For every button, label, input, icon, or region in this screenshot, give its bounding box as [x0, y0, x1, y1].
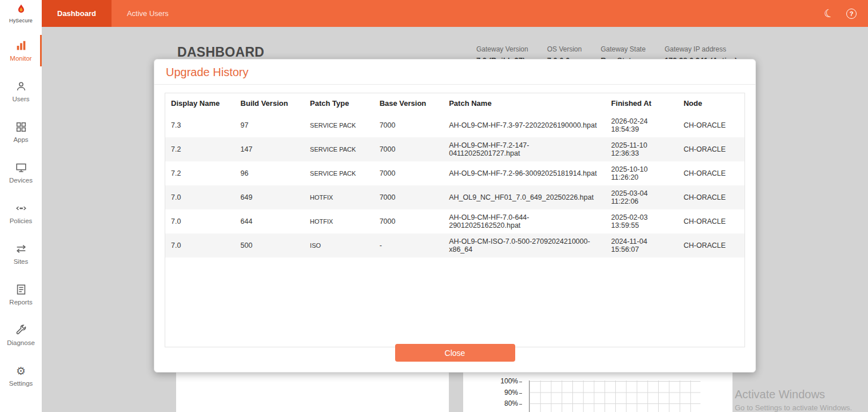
- table-cell: AH-OL9-CM-ISO-7.0-500-27092024210000-x86…: [443, 233, 606, 258]
- table-cell: -: [374, 233, 444, 258]
- column-header-node: Node: [678, 93, 744, 113]
- sidebar-item-reports[interactable]: Reports: [0, 274, 42, 315]
- table-cell: AH-OL9-CM-HF-7.3-97-22022026190000.hpat: [443, 113, 606, 137]
- watermark-line1: Activate Windows: [735, 388, 852, 401]
- upgrade-history-table-container: Display Name Build Version Patch Type Ba…: [165, 93, 745, 347]
- settings-gear-icon: ⚙: [15, 365, 27, 377]
- table-cell: 97: [235, 113, 305, 137]
- table-cell: 500: [235, 233, 305, 258]
- stat-label: Gateway State: [600, 45, 646, 53]
- table-cell: 96: [235, 161, 305, 185]
- table-row: 7.0649HOTFIX7000AH_OL9_NC_HF01_7.0_649_2…: [165, 185, 744, 209]
- sidebar-item-policies[interactable]: Policies: [0, 193, 42, 233]
- sidebar-item-label: Sites: [14, 258, 29, 265]
- table-cell: 7.2: [165, 161, 235, 185]
- sidebar-item-label: Apps: [13, 136, 28, 143]
- table-cell: 7000: [374, 137, 444, 161]
- watermark-line2: Go to Settings to activate Windows.: [735, 403, 852, 412]
- sidebar-item-label: Settings: [9, 380, 33, 387]
- column-header-display-name: Display Name: [165, 93, 235, 113]
- table-row: 7.0500ISO-AH-OL9-CM-ISO-7.0-500-27092024…: [165, 233, 744, 258]
- stat-label: Gateway Version: [476, 45, 528, 53]
- column-header-base-version: Base Version: [374, 93, 444, 113]
- table-cell: CH-ORACLE: [678, 233, 744, 258]
- sidebar-item-diagnose[interactable]: Diagnose: [0, 315, 42, 355]
- table-row: 7.296SERVICE PACK7000AH-OL9-CM-HF-7.2-96…: [165, 161, 744, 185]
- table-cell: CH-ORACLE: [678, 137, 744, 161]
- table-cell: CH-ORACLE: [678, 209, 744, 233]
- users-icon: [15, 80, 27, 93]
- column-header-build-version: Build Version: [235, 93, 305, 113]
- table-cell: HOTFIX: [304, 209, 374, 233]
- devices-icon: [15, 161, 27, 174]
- upgrade-history-table: Display Name Build Version Patch Type Ba…: [165, 93, 744, 258]
- help-icon[interactable]: ?: [846, 9, 857, 19]
- sidebar-item-apps[interactable]: Apps: [0, 112, 42, 152]
- table-cell: SERVICE PACK: [304, 137, 374, 161]
- column-header-patch-type: Patch Type: [304, 93, 374, 113]
- sidebar-item-devices[interactable]: Devices: [0, 152, 42, 193]
- table-row: 7.397SERVICE PACK7000AH-OL9-CM-HF-7.3-97…: [165, 113, 744, 137]
- dark-mode-moon-icon[interactable]: ☾: [823, 7, 835, 20]
- table-cell: AH-OL9-CM-HF-7.2-96-30092025181914.hpat: [443, 161, 606, 185]
- table-cell: CH-ORACLE: [678, 161, 744, 185]
- table-cell: AH-OL9-CM-HF-7.2-147-04112025201727.hpat: [443, 137, 606, 161]
- sidebar-item-monitor[interactable]: Monitor: [0, 30, 42, 71]
- table-cell: HOTFIX: [304, 185, 374, 209]
- table-row: 7.0644HOTFIX7000AH-OL9-CM-HF-7.0-644-290…: [165, 209, 744, 233]
- modal-footer: Close: [154, 344, 755, 362]
- brand-logo-block: HySecure: [0, 0, 42, 27]
- modal-header: Upgrade History: [154, 60, 755, 85]
- table-cell: 7000: [374, 161, 444, 185]
- column-header-patch-name: Patch Name: [443, 93, 606, 113]
- sidebar: Monitor Users Apps Devices Policies: [0, 27, 42, 412]
- stat-label: Gateway IP address: [664, 45, 737, 53]
- sidebar-item-label: Reports: [9, 299, 32, 306]
- top-bar: HySecure Dashboard Active Users ☾ ?: [0, 0, 868, 27]
- table-cell: 7.0: [165, 185, 235, 209]
- table-cell: 7.2: [165, 137, 235, 161]
- table-cell: 2025-03-04 11:22:06: [606, 185, 678, 209]
- table-cell: AH_OL9_NC_HF01_7.0_649_20250226.hpat: [443, 185, 606, 209]
- table-cell: 147: [235, 137, 305, 161]
- table-cell: AH-OL9-CM-HF-7.0-644-29012025162520.hpat: [443, 209, 606, 233]
- sidebar-item-label: Monitor: [10, 55, 31, 62]
- table-cell: 649: [235, 185, 305, 209]
- tab-dashboard[interactable]: Dashboard: [42, 0, 112, 27]
- sidebar-item-settings[interactable]: ⚙ Settings: [0, 355, 42, 396]
- reports-icon: [15, 283, 27, 296]
- policies-icon: [15, 202, 27, 215]
- diagnose-wrench-icon: [15, 324, 27, 336]
- close-button[interactable]: Close: [395, 344, 515, 362]
- stat-label: OS Version: [547, 45, 582, 53]
- table-cell: ISO: [304, 233, 374, 258]
- table-cell: 2024-11-04 15:56:07: [606, 233, 678, 258]
- table-cell: 7000: [374, 185, 444, 209]
- app-root: DASHBOARD Gateway Version 7.3 (Build: 97…: [0, 0, 868, 412]
- table-header-row: Display Name Build Version Patch Type Ba…: [165, 93, 744, 113]
- monitor-chart-icon: [15, 39, 27, 52]
- upgrade-table-body: 7.397SERVICE PACK7000AH-OL9-CM-HF-7.3-97…: [165, 113, 744, 258]
- chart-y-tick: 80%: [493, 399, 522, 411]
- chart-y-axis: 100% 90% 80%: [493, 377, 522, 411]
- chart-gridlines: [529, 381, 700, 412]
- table-cell: 7.0: [165, 209, 235, 233]
- table-cell: 2025-10-10 11:26:20: [606, 161, 678, 185]
- upgrade-history-modal: Upgrade History Display Name Build Versi…: [154, 59, 756, 373]
- sidebar-item-users[interactable]: Users: [0, 71, 42, 112]
- tab-active-users[interactable]: Active Users: [112, 0, 184, 27]
- brand-name: HySecure: [9, 18, 33, 23]
- table-cell: 7.3: [165, 113, 235, 137]
- sidebar-item-sites[interactable]: Sites: [0, 233, 42, 274]
- table-cell: 644: [235, 209, 305, 233]
- sites-icon: [15, 243, 27, 255]
- sidebar-item-label: Diagnose: [7, 339, 35, 346]
- table-cell: CH-ORACLE: [678, 185, 744, 209]
- sidebar-item-label: Users: [12, 96, 29, 102]
- table-row: 7.2147SERVICE PACK7000AH-OL9-CM-HF-7.2-1…: [165, 137, 744, 161]
- table-cell: 2025-02-03 13:59:55: [606, 209, 678, 233]
- hysecure-flame-logo-icon: [15, 3, 27, 17]
- table-cell: 2026-02-24 18:54:39: [606, 113, 678, 137]
- table-cell: CH-ORACLE: [678, 113, 744, 137]
- activate-windows-watermark: Activate Windows Go to Settings to activ…: [735, 388, 852, 412]
